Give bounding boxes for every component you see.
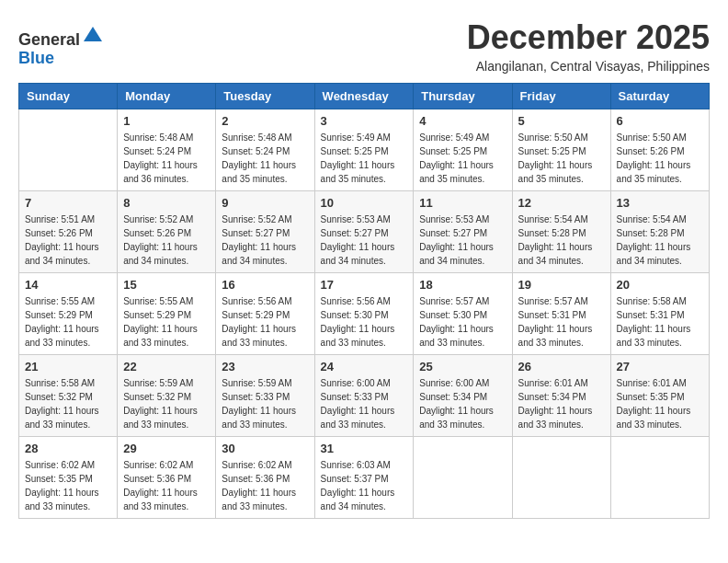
day-number: 29: [123, 442, 210, 455]
day-cell: 14 Sunrise: 5:55 AMSunset: 5:29 PMDaylig…: [19, 273, 118, 355]
day-number: 6: [617, 114, 703, 128]
col-sunday: Sunday: [19, 84, 118, 109]
day-cell: 7 Sunrise: 5:51 AMSunset: 5:26 PMDayligh…: [19, 191, 118, 273]
day-info: Sunrise: 5:52 AMSunset: 5:27 PMDaylight:…: [222, 213, 308, 268]
day-number: 30: [222, 442, 308, 455]
day-number: 4: [419, 114, 506, 128]
day-cell: 13 Sunrise: 5:54 AMSunset: 5:28 PMDaylig…: [610, 191, 709, 273]
day-number: 12: [518, 196, 605, 210]
day-number: 14: [25, 278, 111, 292]
day-cell: 18 Sunrise: 5:57 AMSunset: 5:30 PMDaylig…: [414, 273, 512, 355]
day-cell: 24 Sunrise: 6:00 AMSunset: 5:33 PMDaylig…: [314, 355, 414, 437]
day-number: 13: [617, 196, 703, 210]
col-tuesday: Tuesday: [216, 84, 314, 109]
day-cell: 9 Sunrise: 5:52 AMSunset: 5:27 PMDayligh…: [216, 191, 314, 273]
day-cell: 25 Sunrise: 6:00 AMSunset: 5:34 PMDaylig…: [414, 355, 512, 437]
day-cell: 8 Sunrise: 5:52 AMSunset: 5:26 PMDayligh…: [118, 191, 216, 273]
day-info: Sunrise: 5:59 AMSunset: 5:33 PMDaylight:…: [222, 376, 308, 431]
day-info: Sunrise: 5:54 AMSunset: 5:28 PMDaylight:…: [617, 213, 703, 268]
col-friday: Friday: [512, 84, 610, 109]
logo: General Blue: [18, 23, 104, 68]
day-cell: 28 Sunrise: 6:02 AMSunset: 5:35 PMDaylig…: [19, 437, 118, 519]
day-info: Sunrise: 5:54 AMSunset: 5:28 PMDaylight:…: [518, 213, 605, 268]
week-row-2: 7 Sunrise: 5:51 AMSunset: 5:26 PMDayligh…: [19, 191, 710, 273]
day-number: 26: [518, 360, 605, 373]
day-number: 22: [123, 360, 210, 373]
header-row: Sunday Monday Tuesday Wednesday Thursday…: [19, 84, 710, 109]
page-header: General Blue December 2025 Alangilanan, …: [18, 18, 710, 74]
day-cell: 21 Sunrise: 5:58 AMSunset: 5:32 PMDaylig…: [19, 355, 118, 437]
day-cell: 30 Sunrise: 6:02 AMSunset: 5:36 PMDaylig…: [216, 437, 314, 519]
day-number: 3: [321, 114, 408, 128]
day-number: 11: [419, 196, 506, 210]
day-number: 2: [222, 114, 308, 128]
day-info: Sunrise: 5:58 AMSunset: 5:31 PMDaylight:…: [617, 294, 703, 350]
day-number: 31: [321, 442, 408, 455]
day-info: Sunrise: 5:56 AMSunset: 5:30 PMDaylight:…: [321, 294, 408, 350]
day-number: 24: [321, 360, 408, 373]
day-number: 17: [321, 278, 408, 292]
week-row-5: 28 Sunrise: 6:02 AMSunset: 5:35 PMDaylig…: [19, 437, 710, 519]
day-cell: 17 Sunrise: 5:56 AMSunset: 5:30 PMDaylig…: [314, 273, 414, 355]
day-cell: 26 Sunrise: 6:01 AMSunset: 5:34 PMDaylig…: [512, 355, 610, 437]
day-number: 10: [321, 196, 408, 210]
day-cell: 6 Sunrise: 5:50 AMSunset: 5:26 PMDayligh…: [610, 109, 709, 191]
day-cell: 29 Sunrise: 6:02 AMSunset: 5:36 PMDaylig…: [118, 437, 216, 519]
day-info: Sunrise: 5:58 AMSunset: 5:32 PMDaylight:…: [25, 376, 111, 431]
day-number: 25: [419, 360, 506, 373]
day-info: Sunrise: 6:00 AMSunset: 5:34 PMDaylight:…: [419, 376, 506, 431]
calendar-table: Sunday Monday Tuesday Wednesday Thursday…: [18, 83, 710, 519]
day-cell: 4 Sunrise: 5:49 AMSunset: 5:25 PMDayligh…: [414, 109, 512, 191]
day-number: 28: [25, 442, 111, 455]
day-info: Sunrise: 6:01 AMSunset: 5:35 PMDaylight:…: [617, 376, 703, 431]
day-info: Sunrise: 6:02 AMSunset: 5:36 PMDaylight:…: [123, 458, 210, 513]
week-row-1: 1 Sunrise: 5:48 AMSunset: 5:24 PMDayligh…: [19, 109, 710, 191]
day-info: Sunrise: 5:49 AMSunset: 5:25 PMDaylight:…: [321, 131, 408, 186]
day-cell: [610, 437, 709, 519]
day-cell: 20 Sunrise: 5:58 AMSunset: 5:31 PMDaylig…: [610, 273, 709, 355]
day-number: 15: [123, 278, 210, 292]
day-cell: 27 Sunrise: 6:01 AMSunset: 5:35 PMDaylig…: [610, 355, 709, 437]
day-info: Sunrise: 5:55 AMSunset: 5:29 PMDaylight:…: [25, 294, 111, 350]
day-number: 5: [518, 114, 605, 128]
day-number: 18: [419, 278, 506, 292]
day-info: Sunrise: 5:49 AMSunset: 5:25 PMDaylight:…: [419, 131, 506, 186]
svg-marker-0: [84, 27, 102, 41]
day-info: Sunrise: 5:50 AMSunset: 5:25 PMDaylight:…: [518, 131, 605, 186]
day-number: 1: [123, 114, 210, 128]
day-cell: 23 Sunrise: 5:59 AMSunset: 5:33 PMDaylig…: [216, 355, 314, 437]
day-info: Sunrise: 5:48 AMSunset: 5:24 PMDaylight:…: [222, 131, 308, 186]
day-info: Sunrise: 6:02 AMSunset: 5:36 PMDaylight:…: [222, 458, 308, 513]
col-thursday: Thursday: [414, 84, 512, 109]
day-cell: 10 Sunrise: 5:53 AMSunset: 5:27 PMDaylig…: [314, 191, 414, 273]
day-info: Sunrise: 5:55 AMSunset: 5:29 PMDaylight:…: [123, 294, 210, 350]
day-info: Sunrise: 5:50 AMSunset: 5:26 PMDaylight:…: [617, 131, 703, 186]
logo-icon: [82, 23, 104, 45]
day-info: Sunrise: 6:01 AMSunset: 5:34 PMDaylight:…: [518, 376, 605, 431]
day-info: Sunrise: 6:03 AMSunset: 5:37 PMDaylight:…: [321, 458, 408, 513]
day-cell: [414, 437, 512, 519]
day-number: 21: [25, 360, 111, 373]
day-info: Sunrise: 5:57 AMSunset: 5:31 PMDaylight:…: [518, 294, 605, 350]
day-info: Sunrise: 5:52 AMSunset: 5:26 PMDaylight:…: [123, 213, 210, 268]
day-cell: 22 Sunrise: 5:59 AMSunset: 5:32 PMDaylig…: [118, 355, 216, 437]
location-subtitle: Alangilanan, Central Visayas, Philippine…: [467, 59, 710, 74]
day-cell: 1 Sunrise: 5:48 AMSunset: 5:24 PMDayligh…: [118, 109, 216, 191]
day-number: 7: [25, 196, 111, 210]
title-block: December 2025 Alangilanan, Central Visay…: [467, 18, 710, 74]
day-info: Sunrise: 5:53 AMSunset: 5:27 PMDaylight:…: [419, 213, 506, 268]
col-wednesday: Wednesday: [314, 84, 414, 109]
day-number: 8: [123, 196, 210, 210]
day-number: 9: [222, 196, 308, 210]
day-info: Sunrise: 6:02 AMSunset: 5:35 PMDaylight:…: [25, 458, 111, 513]
month-year-title: December 2025: [467, 18, 710, 57]
day-cell: 31 Sunrise: 6:03 AMSunset: 5:37 PMDaylig…: [314, 437, 414, 519]
day-cell: 3 Sunrise: 5:49 AMSunset: 5:25 PMDayligh…: [314, 109, 414, 191]
col-monday: Monday: [118, 84, 216, 109]
logo-general: General: [18, 30, 80, 49]
day-info: Sunrise: 5:57 AMSunset: 5:30 PMDaylight:…: [419, 294, 506, 350]
day-cell: 19 Sunrise: 5:57 AMSunset: 5:31 PMDaylig…: [512, 273, 610, 355]
day-info: Sunrise: 6:00 AMSunset: 5:33 PMDaylight:…: [321, 376, 408, 431]
day-number: 20: [617, 278, 703, 292]
day-number: 19: [518, 278, 605, 292]
